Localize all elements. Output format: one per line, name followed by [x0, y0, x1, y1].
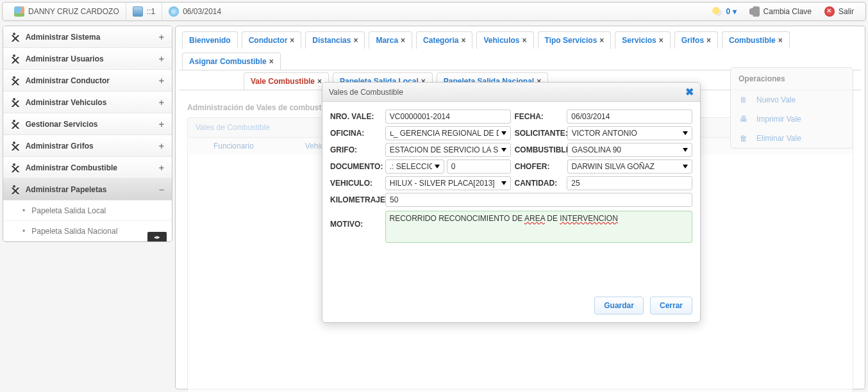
top-bar: DANNY CRUZ CARDOZO ::1 06/03/2014 0 ▾ Ca… [2, 2, 866, 21]
change-password-button[interactable]: Cambia Clave [743, 4, 818, 19]
save-button[interactable]: Guardar [594, 297, 644, 314]
exit-label: Salir [839, 7, 854, 16]
lbl-solicitante: SOLICITANTE: [511, 129, 567, 138]
modal-title: Vales de Combustible [329, 88, 403, 97]
sidebar-item-vehiculos[interactable]: Administrar Vehiculos+ [3, 92, 172, 113]
tab-marca[interactable]: Marca× [369, 31, 412, 49]
sidebar-item-sistema[interactable]: Administrar Sistema+ [3, 26, 172, 48]
tab-tipo-servicios[interactable]: Tipo Servicios× [538, 31, 612, 49]
lbl-cantidad: CANTIDAD: [511, 179, 567, 188]
close-icon[interactable]: × [522, 36, 527, 45]
sidebar-item-combustible[interactable]: Administrar Combustible+ [3, 157, 172, 179]
close-icon[interactable]: × [401, 36, 405, 45]
exit-button[interactable]: Salir [818, 4, 860, 19]
tab-conductor[interactable]: Conductor× [242, 31, 302, 49]
input-docnum[interactable] [447, 159, 511, 174]
globe-icon [169, 6, 179, 17]
weather-icon [712, 6, 722, 17]
tab-distancias[interactable]: Distancias× [305, 31, 365, 49]
sidebar-sub-salida-nacional[interactable]: Papeleta Salida Nacional [3, 221, 172, 241]
run-icon [11, 76, 21, 86]
tab-asignar-combustible[interactable]: Asignar Combustible× [182, 53, 281, 70]
user-icon [14, 6, 24, 17]
tab-bar: Bienvenido Conductor× Distancias× Marca×… [179, 30, 861, 70]
lbl-grifo: GRIFO: [330, 145, 385, 154]
lbl-nro: NRO. VALE: [330, 112, 385, 121]
tab-bienvenido[interactable]: Bienvenido [182, 31, 238, 49]
weather-widget[interactable]: 0 ▾ [706, 4, 743, 19]
lbl-kilometraje: KILOMETRAJE: [330, 195, 385, 204]
close-icon[interactable]: × [461, 36, 465, 45]
op-nuevo-vale[interactable]: 🗎Nuevo Vale [731, 90, 853, 110]
textarea-motivo[interactable]: RECORRIDO RECONOCIMIENTO DE AREA DE INTE… [385, 211, 692, 243]
close-icon[interactable]: × [353, 36, 358, 45]
host-text: ::1 [147, 7, 155, 16]
input-kilometraje[interactable] [385, 193, 692, 207]
run-icon [11, 97, 21, 108]
close-icon[interactable]: × [317, 77, 322, 86]
close-icon [824, 6, 835, 17]
close-icon[interactable]: × [269, 57, 274, 66]
modal-header[interactable]: Vales de Combustible ✖ [322, 83, 700, 102]
sidebar-collapse-handle[interactable]: ◂▸ [147, 232, 167, 242]
tab-vale-combustible[interactable]: Vale Combustible× [244, 72, 329, 90]
select-documento[interactable]: .: SELECCIONE [385, 159, 444, 174]
input-cantidad[interactable] [567, 176, 692, 190]
grid-title: Vales de Combustible [196, 123, 270, 132]
run-icon [11, 119, 21, 129]
file-icon: 🗎 [740, 95, 747, 104]
select-combustible[interactable]: GASOLINA 90 [567, 143, 692, 157]
tab-combustible[interactable]: Combustible× [722, 31, 790, 49]
lbl-documento: DOCUMENTO: [330, 162, 385, 171]
sidebar-item-conductor[interactable]: Administrar Conductor+ [3, 70, 172, 92]
user-name: DANNY CRUZ CARDOZO [28, 7, 119, 16]
close-icon[interactable]: × [778, 36, 783, 45]
run-icon [11, 141, 21, 151]
tab-categoria[interactable]: Categoria× [416, 31, 472, 49]
select-chofer[interactable]: DARWIN SILVA GOÑAZ [567, 159, 693, 174]
close-button[interactable]: Cerrar [650, 297, 692, 314]
modal-footer: Guardar Cerrar [322, 297, 700, 322]
lbl-combustible: COMBUSTIBLE: [511, 145, 567, 154]
op-imprimir-vale[interactable]: 🖶Imprimir Vale [731, 110, 853, 129]
run-icon [11, 163, 21, 173]
run-icon [11, 184, 21, 195]
date-text: 06/03/2014 [183, 7, 221, 16]
modal-close-icon[interactable]: ✖ [685, 86, 694, 98]
sidebar-item-usuarios[interactable]: Administrar Usuarios+ [3, 48, 172, 70]
user-seg: DANNY CRUZ CARDOZO [8, 3, 126, 20]
sidebar-item-servicios[interactable]: Gestionar Servicios+ [3, 113, 172, 135]
close-icon[interactable]: × [599, 36, 604, 45]
print-icon: 🖶 [740, 115, 747, 124]
ops-title: Operaciones [731, 68, 853, 90]
monitor-icon [133, 6, 143, 17]
select-oficina[interactable]: ʟ_ GERENCIA REGIONAL DE DE [385, 126, 511, 140]
lbl-fecha: FECHA: [511, 112, 567, 121]
tab-vehiculos[interactable]: Vehiculos× [476, 31, 533, 49]
close-icon[interactable]: × [659, 36, 664, 45]
input-nro[interactable] [385, 110, 511, 124]
select-grifo[interactable]: ESTACION DE SERVICIO LA SELVA [385, 143, 511, 157]
date-seg: 06/03/2014 [162, 3, 228, 20]
changepw-label: Cambia Clave [764, 7, 812, 16]
weather-text: 0 ▾ [726, 7, 737, 16]
lbl-chofer: CHOFER: [511, 162, 567, 171]
tab-grifos[interactable]: Grifos× [674, 31, 718, 49]
run-icon [11, 32, 21, 42]
op-eliminar-vale[interactable]: 🗑Eliminar Vale [731, 129, 853, 148]
input-fecha[interactable] [567, 110, 692, 124]
sidebar-sub-salida-local[interactable]: Papeleta Salida Local [3, 200, 172, 221]
select-vehiculo[interactable]: HILUX - SILVER PLACA[2013] [385, 176, 511, 190]
sidebar-item-papeletas[interactable]: Administrar Papeletas– [3, 179, 172, 200]
key-icon [749, 6, 760, 17]
close-icon[interactable]: × [290, 36, 294, 45]
lbl-vehiculo: VEHICULO: [330, 179, 385, 188]
tab-servicios[interactable]: Servicios× [615, 31, 670, 49]
host-seg: ::1 [126, 3, 162, 20]
close-icon[interactable]: × [706, 36, 711, 45]
sidebar-item-grifos[interactable]: Administrar Grifos+ [3, 135, 172, 157]
select-solicitante[interactable]: VICTOR ANTONIO [567, 126, 692, 140]
main-pane: Bienvenido Conductor× Distancias× Marca×… [175, 26, 865, 389]
lbl-oficina: OFICINA: [330, 129, 385, 138]
run-icon [11, 54, 21, 64]
